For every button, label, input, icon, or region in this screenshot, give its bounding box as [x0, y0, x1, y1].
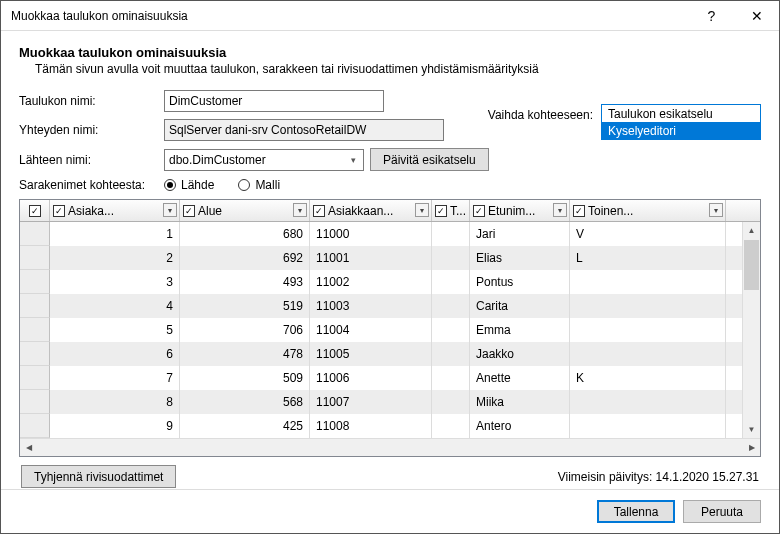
switch-option-query-editor[interactable]: Kyselyeditori: [602, 122, 760, 139]
cell-second[interactable]: [570, 270, 726, 294]
radio-source[interactable]: Lähde: [164, 178, 214, 192]
cell-id[interactable]: 2: [50, 246, 180, 270]
close-button[interactable]: ✕: [734, 1, 779, 31]
scroll-up-icon[interactable]: ▲: [743, 222, 760, 239]
row-header[interactable]: [20, 270, 50, 294]
clear-row-filters-button[interactable]: Tyhjennä rivisuodattimet: [21, 465, 176, 488]
cell-area[interactable]: 425: [180, 414, 310, 438]
table-row[interactable]: 451911003Carita: [20, 294, 742, 318]
cell-t[interactable]: [432, 414, 470, 438]
refresh-preview-button[interactable]: Päivitä esikatselu: [370, 148, 489, 171]
cell-second[interactable]: K: [570, 366, 726, 390]
cell-area[interactable]: 509: [180, 366, 310, 390]
cell-second[interactable]: V: [570, 222, 726, 246]
cell-customer[interactable]: 11002: [310, 270, 432, 294]
row-header[interactable]: [20, 294, 50, 318]
table-row[interactable]: 269211001EliasL: [20, 246, 742, 270]
col-header-customer-num[interactable]: ✓Asiakkaan...▾: [310, 200, 432, 221]
cell-firstname[interactable]: Antero: [470, 414, 570, 438]
row-header[interactable]: [20, 414, 50, 438]
cell-area[interactable]: 519: [180, 294, 310, 318]
help-button[interactable]: ?: [689, 1, 734, 31]
cell-area[interactable]: 680: [180, 222, 310, 246]
cell-area[interactable]: 568: [180, 390, 310, 414]
horizontal-scrollbar[interactable]: ◀ ▶: [20, 438, 760, 456]
cell-id[interactable]: 9: [50, 414, 180, 438]
scroll-thumb[interactable]: [744, 240, 759, 290]
cell-id[interactable]: 4: [50, 294, 180, 318]
cell-customer[interactable]: 11008: [310, 414, 432, 438]
cell-firstname[interactable]: Anette: [470, 366, 570, 390]
col-header-area[interactable]: ✓Alue▾: [180, 200, 310, 221]
cell-area[interactable]: 706: [180, 318, 310, 342]
cell-t[interactable]: [432, 366, 470, 390]
table-row[interactable]: 856811007Miika: [20, 390, 742, 414]
switch-option-preview[interactable]: Taulukon esikatselu: [602, 105, 760, 122]
scroll-left-icon[interactable]: ◀: [20, 439, 37, 456]
cell-second[interactable]: L: [570, 246, 726, 270]
cell-area[interactable]: 478: [180, 342, 310, 366]
cell-firstname[interactable]: Pontus: [470, 270, 570, 294]
cell-customer[interactable]: 11007: [310, 390, 432, 414]
cell-t[interactable]: [432, 390, 470, 414]
table-row[interactable]: 647811005Jaakko: [20, 342, 742, 366]
col-header-customer[interactable]: ✓Asiaka...▾: [50, 200, 180, 221]
cell-firstname[interactable]: Carita: [470, 294, 570, 318]
filter-icon[interactable]: ▾: [163, 203, 177, 217]
filter-icon[interactable]: ▾: [553, 203, 567, 217]
cell-t[interactable]: [432, 342, 470, 366]
cell-id[interactable]: 8: [50, 390, 180, 414]
table-row[interactable]: 168011000JariV: [20, 222, 742, 246]
row-header[interactable]: [20, 342, 50, 366]
cell-area[interactable]: 493: [180, 270, 310, 294]
cell-firstname[interactable]: Jari: [470, 222, 570, 246]
cell-customer[interactable]: 11004: [310, 318, 432, 342]
scroll-down-icon[interactable]: ▼: [743, 421, 760, 438]
col-header-firstname[interactable]: ✓Etunim...▾: [470, 200, 570, 221]
row-header[interactable]: [20, 318, 50, 342]
source-name-select[interactable]: dbo.DimCustomer ▾: [164, 149, 364, 171]
radio-model[interactable]: Malli: [238, 178, 280, 192]
cell-second[interactable]: [570, 414, 726, 438]
table-row[interactable]: 750911006AnetteK: [20, 366, 742, 390]
cell-t[interactable]: [432, 246, 470, 270]
cell-customer[interactable]: 11006: [310, 366, 432, 390]
cell-second[interactable]: [570, 390, 726, 414]
cell-firstname[interactable]: Miika: [470, 390, 570, 414]
col-header-t[interactable]: ✓T...: [432, 200, 470, 221]
row-header[interactable]: [20, 366, 50, 390]
cell-customer[interactable]: 11003: [310, 294, 432, 318]
cell-id[interactable]: 6: [50, 342, 180, 366]
cell-customer[interactable]: 11000: [310, 222, 432, 246]
cell-t[interactable]: [432, 294, 470, 318]
col-header-second[interactable]: ✓Toinen...▾: [570, 200, 726, 221]
row-header[interactable]: [20, 390, 50, 414]
cell-firstname[interactable]: Elias: [470, 246, 570, 270]
scroll-right-icon[interactable]: ▶: [743, 439, 760, 456]
cell-customer[interactable]: 11001: [310, 246, 432, 270]
cell-area[interactable]: 692: [180, 246, 310, 270]
filter-icon[interactable]: ▾: [709, 203, 723, 217]
cell-id[interactable]: 3: [50, 270, 180, 294]
cell-second[interactable]: [570, 342, 726, 366]
select-all-header[interactable]: ✓: [20, 200, 50, 221]
cell-id[interactable]: 7: [50, 366, 180, 390]
cell-id[interactable]: 5: [50, 318, 180, 342]
cell-t[interactable]: [432, 270, 470, 294]
cell-id[interactable]: 1: [50, 222, 180, 246]
save-button[interactable]: Tallenna: [597, 500, 675, 523]
row-header[interactable]: [20, 246, 50, 270]
cancel-button[interactable]: Peruuta: [683, 500, 761, 523]
table-row[interactable]: 570611004Emma: [20, 318, 742, 342]
vertical-scrollbar[interactable]: ▲ ▼: [742, 222, 760, 438]
table-row[interactable]: 942511008Antero: [20, 414, 742, 438]
table-name-input[interactable]: DimCustomer: [164, 90, 384, 112]
cell-customer[interactable]: 11005: [310, 342, 432, 366]
cell-second[interactable]: [570, 318, 726, 342]
cell-firstname[interactable]: Jaakko: [470, 342, 570, 366]
switch-to-select[interactable]: Taulukon esikatselu Kyselyeditori: [601, 104, 761, 140]
cell-second[interactable]: [570, 294, 726, 318]
filter-icon[interactable]: ▾: [415, 203, 429, 217]
cell-t[interactable]: [432, 222, 470, 246]
filter-icon[interactable]: ▾: [293, 203, 307, 217]
